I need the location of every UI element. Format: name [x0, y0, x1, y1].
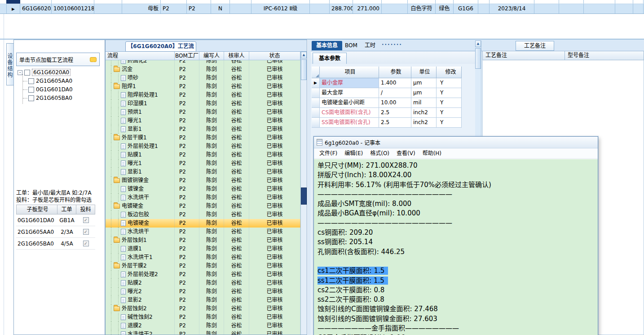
flow-row[interactable]: 退膜2P2陈剑谷松已审核	[106, 322, 300, 330]
flow-status-cell: 已审核	[249, 151, 300, 159]
flow-node-label: 曝光1	[128, 159, 142, 168]
tab-bom[interactable]: BOM	[340, 41, 362, 50]
flow-row[interactable]: 阻焊1P2陈剑谷松已审核	[106, 82, 300, 91]
flow-node-label: 水洗烘干1	[128, 253, 153, 262]
splitter-collapse-button[interactable]	[301, 188, 307, 205]
flow-row[interactable]: 退膜1P2陈剑谷松已审核	[106, 245, 300, 253]
flow-row[interactable]: 曝光1P2陈剑谷松已审核	[106, 116, 300, 125]
flow-table-body: 终固化2P2陈剑谷松已审核沉金P2陈剑谷松已审核喷砂P2陈剑谷松已审核阻焊1P2…	[106, 60, 300, 335]
grid-cell	[94, 4, 122, 13]
scroll-up-icon[interactable]: ▲	[475, 40, 481, 47]
flow-row[interactable]: 碱性蚀刻2P2陈剑谷松已审核	[106, 313, 300, 322]
flow-row[interactable]: 外层前处理2P2陈剑谷松已审核	[106, 270, 300, 279]
scrollbar-thumb[interactable]	[301, 59, 307, 80]
notepad-text-area[interactable]: 单只尺寸(MM): 271.00X288.70拼版尺寸(Inch): 18.00…	[314, 159, 598, 335]
param-row[interactable]: SS面电镀面积(含孔)2.5inch2Y	[312, 118, 462, 128]
param-row[interactable]: CS面电镀面积(含孔)2.5inch2Y	[312, 108, 462, 118]
scroll-up-icon[interactable]: ▲	[301, 52, 307, 58]
flow-row-selected[interactable]: 电镀硬金P2陈剑谷松已审核	[106, 219, 300, 228]
file-icon	[121, 220, 126, 226]
checked-checkbox[interactable]: ✓	[83, 217, 89, 223]
flow-scrollbar[interactable]: ▲	[300, 52, 307, 335]
tab-worktime[interactable]: 工时	[360, 41, 380, 50]
scrollbar-thumb[interactable]	[475, 48, 481, 69]
grid-cell: P2	[161, 4, 187, 13]
flow-row[interactable]: 阻焊前处理1P2陈剑谷松已审核	[106, 91, 300, 99]
flow-row[interactable]: 图镀铜镍金P2陈剑谷松已审核	[106, 176, 300, 185]
flow-row[interactable]: 外层蚀刻2P2陈剑谷松已审核	[106, 304, 300, 313]
tree-child-label: 2G1G605AA0	[36, 78, 72, 84]
menu-file[interactable]: 文件(F)	[316, 148, 341, 158]
flow-writer-cell: 陈剑	[199, 99, 224, 108]
flow-row[interactable]: 曝光2P2陈剑谷松已审核	[106, 287, 300, 296]
tree-collapse-icon[interactable]: -	[18, 70, 22, 75]
flow-row[interactable]: 印湿膜1P2陈剑谷松已审核	[106, 99, 300, 108]
param-row[interactable]: 电镀硬金最小间距10.00milY	[312, 98, 462, 108]
device-structure-vertical-tab[interactable]: 设备结构	[6, 43, 14, 85]
flow-row[interactable]: 外层前处理1P2陈剑谷松已审核	[106, 142, 300, 151]
notepad-menubar: 文件(F)编辑(E)格式(O)查看(V)帮助(H)	[314, 148, 598, 159]
menu-edit[interactable]: 编辑(E)	[341, 148, 366, 158]
notepad-titlebar[interactable]: 6g1g6020a0 - 记事本	[314, 137, 598, 148]
flow-row[interactable]: 镀镍金P2陈剑谷松已审核	[106, 185, 300, 193]
flow-status-cell: 已审核	[249, 159, 300, 168]
menu-help[interactable]: 帮助(H)	[419, 148, 445, 158]
left-notes: 工单：最小层/最大层A 如:2/7A 投料：子板是芯板开料的需勾选	[16, 189, 102, 204]
flow-status-cell: 已审核	[249, 279, 300, 287]
grid-selected-row[interactable]: ▶6G1G6020A010010600121864母板P2P2NIPC-6012…	[0, 4, 644, 14]
grid-cell: P2	[187, 4, 211, 13]
tree-checkbox[interactable]	[24, 70, 30, 76]
subboard-row[interactable]: 2G1G605AA02/3A✓	[16, 226, 95, 238]
flow-node-label: 图镀铜镍金	[122, 176, 149, 185]
notepad-line: cs1二次干膜面积: 1.5	[318, 266, 594, 276]
flow-node: 曝光2	[106, 287, 175, 296]
flow-row[interactable]: 预烘1P2陈剑谷松已审核	[106, 108, 300, 116]
tab-basic-info[interactable]: 基本信息	[312, 41, 342, 50]
flow-node-label: 水洗烘干	[128, 228, 149, 236]
tree-child-item[interactable]: 2G1G605BA0	[23, 94, 72, 102]
flow-row[interactable]: 水洗烘干P2陈剑谷松已审核	[106, 228, 300, 236]
flow-row[interactable]: 贴膜1P2陈剑谷松已审核	[106, 151, 300, 159]
subboard-header-row: 子板型号工单投料	[16, 205, 95, 214]
flow-row[interactable]: 沉金P2陈剑谷松已审核	[106, 65, 300, 74]
tree-child-item[interactable]: 0G1G601DA0	[23, 86, 73, 93]
tab-process-remark[interactable]: 工艺备注	[516, 41, 554, 51]
flow-row[interactable]: 电镀硬金P2陈剑谷松已审核	[106, 202, 300, 210]
notepad-window[interactable]: 6g1g6020a0 - 记事本 文件(F)编辑(E)格式(O)查看(V)帮助(…	[313, 136, 598, 335]
flow-row[interactable]: 贴膜2P2陈剑谷松已审核	[106, 279, 300, 287]
menu-view[interactable]: 查看(V)	[393, 148, 419, 158]
menu-format[interactable]: 格式(O)	[366, 148, 393, 158]
flow-node-label: 外层前处理1	[128, 142, 158, 151]
flow-row[interactable]: 显影1P2陈剑谷松已审核	[106, 168, 300, 176]
flow-row[interactable]: 板边包胶P2陈剑谷松已审核	[106, 210, 300, 219]
dock-grip-dots[interactable]: ·······	[382, 41, 402, 48]
checked-checkbox[interactable]: ✓	[83, 241, 89, 246]
flow-row[interactable]: 外层蚀刻1P2陈剑谷松已审核	[106, 236, 300, 245]
tree-checkbox[interactable]	[28, 78, 34, 84]
flow-row[interactable]: 外层干膜2P2陈剑谷松已审核	[106, 262, 300, 270]
flow-writer-cell: 陈剑	[199, 134, 224, 142]
checked-checkbox[interactable]: ✓	[83, 229, 89, 235]
flow-row[interactable]: 曝光1P2陈剑谷松已审核	[106, 159, 300, 168]
panel-splitter[interactable]	[308, 40, 311, 335]
subboard-row[interactable]: 0G1G601DA0GB1A✓	[16, 214, 95, 226]
subboard-row[interactable]: 2G1G605BA04/5A✓	[16, 238, 95, 250]
flow-row[interactable]: 外层干膜1P2陈剑谷松已审核	[106, 134, 300, 142]
notepad-line: ss铜面积: 205.14	[318, 237, 594, 247]
flow-row[interactable]: 水洗烘干P2陈剑谷松已审核	[106, 193, 300, 202]
param-row[interactable]: ▶最小金厚1.400μmY	[312, 78, 462, 88]
flow-row[interactable]: 显影2P2陈剑谷松已审核	[106, 296, 300, 304]
row-selector-arrow[interactable]: ▶	[6, 4, 20, 13]
tree-child-item[interactable]: 2G1G605AA0	[23, 77, 72, 85]
flow-row[interactable]: 终固化2P2陈剑谷松已审核	[106, 60, 300, 65]
tree-checkbox[interactable]	[28, 95, 34, 101]
tree-root-item[interactable]: -6G1G6020A0	[18, 69, 71, 76]
flow-reviewer-cell: 谷松	[224, 262, 249, 270]
tree-checkbox[interactable]	[28, 87, 34, 93]
flow-row[interactable]: 水洗烘干2P2陈剑谷松已审核	[106, 330, 300, 335]
flow-row[interactable]: 喷砂P2陈剑谷松已审核	[106, 74, 300, 82]
tab-basic-params[interactable]: 基本参数	[313, 53, 347, 64]
param-row[interactable]: 最大金厚/μmY	[312, 88, 462, 98]
flow-row[interactable]: 水洗烘干1P2陈剑谷松已审核	[106, 253, 300, 262]
flow-row[interactable]: 显影1P2陈剑谷松已审核	[106, 125, 300, 134]
